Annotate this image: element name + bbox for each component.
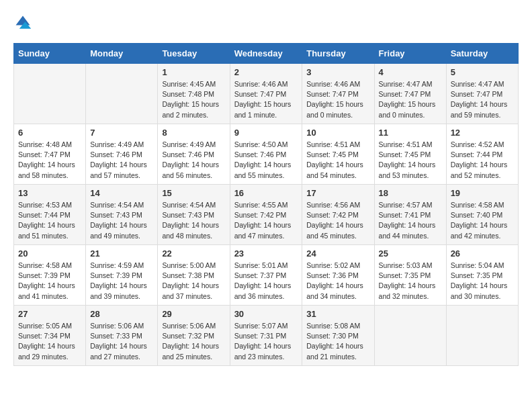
day-cell: 26Sunrise: 5:04 AM Sunset: 7:35 PM Dayli…	[446, 245, 518, 306]
day-cell: 20Sunrise: 4:58 AM Sunset: 7:39 PM Dayli…	[14, 245, 86, 306]
day-info: Sunrise: 5:04 AM Sunset: 7:35 PM Dayligh…	[451, 261, 514, 302]
col-header-wednesday: Wednesday	[230, 44, 302, 64]
day-info: Sunrise: 5:06 AM Sunset: 7:32 PM Dayligh…	[162, 321, 225, 362]
day-info: Sunrise: 4:47 AM Sunset: 7:47 PM Dayligh…	[379, 79, 442, 120]
week-row-4: 20Sunrise: 4:58 AM Sunset: 7:39 PM Dayli…	[14, 245, 519, 306]
day-number: 13	[18, 188, 81, 198]
day-info: Sunrise: 4:52 AM Sunset: 7:44 PM Dayligh…	[451, 140, 514, 181]
col-header-friday: Friday	[374, 44, 446, 64]
week-row-2: 6Sunrise: 4:48 AM Sunset: 7:47 PM Daylig…	[14, 124, 519, 185]
day-number: 23	[234, 248, 298, 259]
col-header-monday: Monday	[86, 44, 158, 64]
day-cell: 24Sunrise: 5:02 AM Sunset: 7:36 PM Dayli…	[302, 245, 374, 306]
day-number: 6	[18, 128, 81, 138]
svg-marker-0	[16, 16, 30, 26]
header-row: SundayMondayTuesdayWednesdayThursdayFrid…	[14, 44, 519, 64]
day-info: Sunrise: 4:48 AM Sunset: 7:47 PM Dayligh…	[18, 140, 81, 181]
day-cell: 10Sunrise: 4:51 AM Sunset: 7:45 PM Dayli…	[302, 124, 374, 185]
day-info: Sunrise: 4:49 AM Sunset: 7:46 PM Dayligh…	[162, 140, 225, 181]
day-info: Sunrise: 4:46 AM Sunset: 7:47 PM Dayligh…	[306, 79, 369, 120]
day-number: 30	[234, 309, 298, 319]
day-number: 9	[234, 128, 298, 138]
calendar-table: SundayMondayTuesdayWednesdayThursdayFrid…	[13, 43, 519, 366]
col-header-saturday: Saturday	[446, 44, 518, 64]
day-cell: 30Sunrise: 5:07 AM Sunset: 7:31 PM Dayli…	[230, 306, 302, 366]
day-number: 22	[162, 248, 225, 259]
day-number: 16	[234, 188, 298, 198]
day-cell: 8Sunrise: 4:49 AM Sunset: 7:46 PM Daylig…	[158, 124, 230, 185]
day-info: Sunrise: 4:56 AM Sunset: 7:42 PM Dayligh…	[306, 200, 369, 241]
day-cell: 2Sunrise: 4:46 AM Sunset: 7:47 PM Daylig…	[230, 64, 302, 124]
day-number: 1	[162, 67, 225, 77]
day-cell: 15Sunrise: 4:54 AM Sunset: 7:43 PM Dayli…	[158, 185, 230, 245]
day-number: 8	[162, 128, 225, 138]
day-number: 29	[162, 309, 225, 319]
day-info: Sunrise: 5:08 AM Sunset: 7:30 PM Dayligh…	[306, 321, 369, 362]
day-number: 3	[306, 67, 369, 77]
day-cell: 23Sunrise: 5:01 AM Sunset: 7:37 PM Dayli…	[230, 245, 302, 306]
day-cell: 9Sunrise: 4:50 AM Sunset: 7:46 PM Daylig…	[230, 124, 302, 185]
day-info: Sunrise: 4:46 AM Sunset: 7:47 PM Dayligh…	[234, 79, 298, 120]
day-cell: 25Sunrise: 5:03 AM Sunset: 7:35 PM Dayli…	[374, 245, 446, 306]
day-cell: 7Sunrise: 4:49 AM Sunset: 7:46 PM Daylig…	[86, 124, 158, 185]
day-number: 28	[90, 309, 153, 319]
day-number: 4	[379, 67, 442, 77]
day-info: Sunrise: 4:50 AM Sunset: 7:46 PM Dayligh…	[234, 140, 298, 181]
week-row-1: 1Sunrise: 4:45 AM Sunset: 7:48 PM Daylig…	[14, 64, 519, 124]
day-info: Sunrise: 4:59 AM Sunset: 7:39 PM Dayligh…	[90, 261, 153, 302]
day-number: 10	[306, 128, 369, 138]
day-info: Sunrise: 4:54 AM Sunset: 7:43 PM Dayligh…	[90, 200, 153, 241]
day-info: Sunrise: 4:58 AM Sunset: 7:39 PM Dayligh…	[18, 261, 81, 302]
day-number: 31	[306, 309, 369, 319]
col-header-thursday: Thursday	[302, 44, 374, 64]
day-number: 25	[379, 248, 442, 259]
day-cell: 6Sunrise: 4:48 AM Sunset: 7:47 PM Daylig…	[14, 124, 86, 185]
day-info: Sunrise: 5:02 AM Sunset: 7:36 PM Dayligh…	[306, 261, 369, 302]
day-info: Sunrise: 4:53 AM Sunset: 7:44 PM Dayligh…	[18, 200, 81, 241]
day-info: Sunrise: 4:58 AM Sunset: 7:40 PM Dayligh…	[451, 200, 514, 241]
day-info: Sunrise: 5:01 AM Sunset: 7:37 PM Dayligh…	[234, 261, 298, 302]
day-number: 7	[90, 128, 153, 138]
day-number: 15	[162, 188, 225, 198]
day-cell: 18Sunrise: 4:57 AM Sunset: 7:41 PM Dayli…	[374, 185, 446, 245]
day-number: 26	[451, 248, 514, 259]
day-cell: 19Sunrise: 4:58 AM Sunset: 7:40 PM Dayli…	[446, 185, 518, 245]
day-cell	[86, 64, 158, 124]
day-cell: 14Sunrise: 4:54 AM Sunset: 7:43 PM Dayli…	[86, 185, 158, 245]
week-row-5: 27Sunrise: 5:05 AM Sunset: 7:34 PM Dayli…	[14, 306, 519, 366]
day-number: 24	[306, 248, 369, 259]
day-number: 11	[379, 128, 442, 138]
day-info: Sunrise: 5:00 AM Sunset: 7:38 PM Dayligh…	[162, 261, 225, 302]
day-info: Sunrise: 4:45 AM Sunset: 7:48 PM Dayligh…	[162, 79, 225, 120]
day-info: Sunrise: 4:49 AM Sunset: 7:46 PM Dayligh…	[90, 140, 153, 181]
day-cell	[374, 306, 446, 366]
day-number: 20	[18, 248, 81, 259]
day-number: 18	[379, 188, 442, 198]
day-info: Sunrise: 5:05 AM Sunset: 7:34 PM Dayligh…	[18, 321, 81, 362]
week-row-3: 13Sunrise: 4:53 AM Sunset: 7:44 PM Dayli…	[14, 185, 519, 245]
day-cell	[14, 64, 86, 124]
day-cell: 13Sunrise: 4:53 AM Sunset: 7:44 PM Dayli…	[14, 185, 86, 245]
col-header-tuesday: Tuesday	[158, 44, 230, 64]
logo	[13, 13, 35, 32]
day-number: 2	[234, 67, 298, 77]
day-number: 14	[90, 188, 153, 198]
logo-icon	[13, 13, 32, 32]
day-info: Sunrise: 5:03 AM Sunset: 7:35 PM Dayligh…	[379, 261, 442, 302]
day-cell: 11Sunrise: 4:51 AM Sunset: 7:45 PM Dayli…	[374, 124, 446, 185]
day-cell: 3Sunrise: 4:46 AM Sunset: 7:47 PM Daylig…	[302, 64, 374, 124]
day-number: 19	[451, 188, 514, 198]
day-cell: 4Sunrise: 4:47 AM Sunset: 7:47 PM Daylig…	[374, 64, 446, 124]
day-number: 12	[451, 128, 514, 138]
day-number: 27	[18, 309, 81, 319]
day-cell: 5Sunrise: 4:47 AM Sunset: 7:47 PM Daylig…	[446, 64, 518, 124]
day-number: 21	[90, 248, 153, 259]
day-cell: 16Sunrise: 4:55 AM Sunset: 7:42 PM Dayli…	[230, 185, 302, 245]
day-number: 5	[451, 67, 514, 77]
day-info: Sunrise: 5:07 AM Sunset: 7:31 PM Dayligh…	[234, 321, 298, 362]
col-header-sunday: Sunday	[14, 44, 86, 64]
day-cell	[446, 306, 518, 366]
day-cell: 27Sunrise: 5:05 AM Sunset: 7:34 PM Dayli…	[14, 306, 86, 366]
day-cell: 17Sunrise: 4:56 AM Sunset: 7:42 PM Dayli…	[302, 185, 374, 245]
day-cell: 28Sunrise: 5:06 AM Sunset: 7:33 PM Dayli…	[86, 306, 158, 366]
